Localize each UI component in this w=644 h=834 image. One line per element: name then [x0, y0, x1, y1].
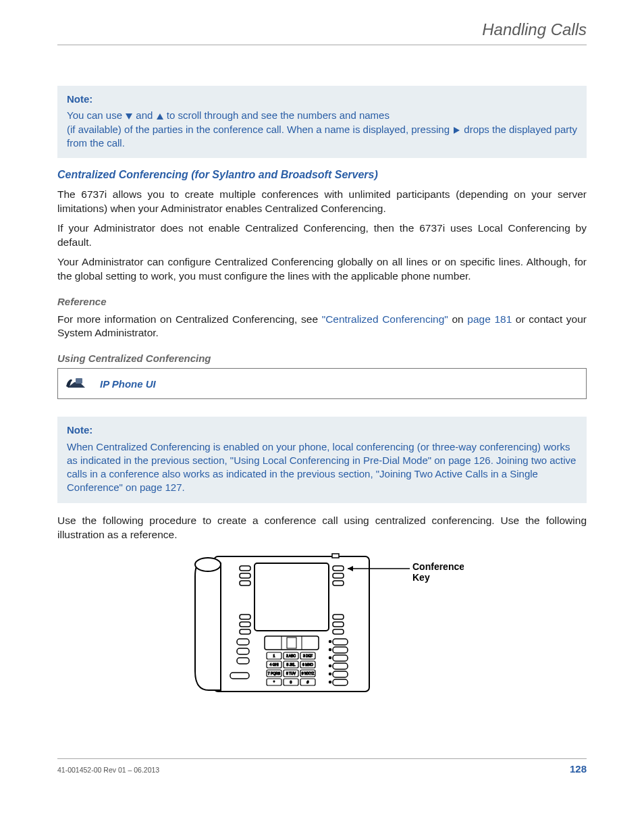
down-arrow-icon — [126, 113, 132, 120]
right-arrow-icon — [454, 127, 460, 134]
text-seg: For more information on Centralized Conf… — [57, 313, 322, 325]
svg-rect-14 — [333, 622, 344, 627]
link-centralized-conferencing[interactable]: "Centralized Conferencing" — [322, 313, 448, 325]
paragraph: If your Administrator does not enable Ce… — [57, 221, 587, 250]
svg-rect-20 — [237, 639, 249, 645]
svg-rect-26 — [333, 655, 348, 661]
svg-point-31 — [329, 649, 331, 651]
svg-rect-12 — [240, 629, 250, 634]
header-rule — [57, 45, 587, 45]
svg-text:4 GHI: 4 GHI — [269, 662, 278, 667]
svg-rect-25 — [333, 647, 348, 653]
link-page-127[interactable]: page 127 — [140, 481, 182, 493]
note-seg: on — [123, 481, 140, 493]
svg-rect-22 — [237, 658, 249, 664]
svg-rect-13 — [333, 615, 344, 619]
note-title: Note: — [67, 423, 577, 437]
callout-line2: Key — [412, 572, 430, 583]
svg-rect-9 — [333, 581, 344, 585]
paragraph: The 6737i allows you to create multiple … — [57, 188, 587, 216]
svg-text:6 MNO: 6 MNO — [302, 662, 313, 667]
svg-rect-27 — [333, 663, 348, 669]
svg-point-34 — [329, 673, 331, 675]
svg-rect-0 — [76, 378, 82, 384]
ip-phone-ui-label: IP Phone UI — [100, 378, 156, 390]
paragraph: For more information on Centralized Conf… — [57, 313, 587, 341]
svg-rect-24 — [333, 639, 348, 645]
svg-text:*: * — [273, 680, 275, 684]
link-local-conf-predial[interactable]: "Using Local Conferencing in Pre-Dial Mo… — [230, 454, 431, 466]
svg-text:5 JKL: 5 JKL — [287, 662, 296, 667]
note-seg: to scroll through and see the numbers an… — [164, 109, 390, 121]
svg-rect-11 — [240, 622, 250, 627]
ip-phone-ui-bar: IP Phone UI — [57, 368, 587, 399]
footer-revision: 41-001452-00 Rev 01 – 06.2013 — [57, 766, 159, 774]
svg-rect-23 — [230, 673, 249, 679]
text-seg: on — [448, 313, 467, 325]
svg-point-30 — [329, 641, 331, 643]
note-seg: and — [133, 109, 155, 121]
svg-text:8 TUV: 8 TUV — [286, 671, 296, 675]
heading-centralized-conferencing: Centralized Conferencing (for Sylantro a… — [57, 169, 587, 181]
link-page-126[interactable]: page 126 — [448, 454, 491, 466]
svg-rect-5 — [240, 573, 250, 578]
note-text: (if available) of the parties in the con… — [67, 123, 577, 151]
footer-page-number: 128 — [570, 763, 587, 775]
note-seg: You can use — [67, 109, 125, 121]
note-title: Note: — [67, 93, 577, 106]
note-box-1: Note: You can use and to scroll through … — [57, 86, 587, 158]
note-seg: (if available) of the parties in the con… — [67, 124, 452, 135]
svg-text:7 PQRS: 7 PQRS — [268, 671, 281, 675]
svg-rect-7 — [333, 566, 344, 571]
svg-rect-8 — [333, 573, 344, 578]
svg-rect-15 — [333, 629, 344, 634]
heading-using-centralized: Using Centralized Conferencing — [57, 353, 587, 364]
svg-point-35 — [329, 681, 331, 683]
footer-rule — [57, 758, 587, 759]
note-text: When Centralized Conferencing is enabled… — [67, 440, 577, 495]
note-seg: . — [182, 481, 184, 493]
svg-point-33 — [329, 665, 331, 667]
up-arrow-icon — [157, 113, 163, 120]
note-seg: on — [431, 454, 448, 466]
phone-icon — [65, 374, 88, 393]
svg-rect-10 — [240, 615, 250, 619]
heading-reference: Reference — [57, 296, 587, 307]
svg-rect-28 — [333, 671, 348, 677]
svg-rect-4 — [240, 566, 250, 571]
phone-figure: 1 2 ABC 3 DEF 4 GHI 5 JKL 6 MNO 7 PQRS 8… — [57, 550, 587, 698]
svg-rect-60 — [332, 554, 339, 558]
svg-text:3 DEF: 3 DEF — [303, 654, 313, 658]
paragraph: Your Administrator can configure Central… — [57, 255, 587, 284]
svg-rect-6 — [240, 581, 250, 585]
note-text: You can use and to scroll through and se… — [67, 109, 577, 122]
link-page-181[interactable]: page 181 — [467, 313, 512, 325]
callout-line1: Conference — [412, 561, 464, 572]
paragraph: Use the following procedure to create a … — [57, 514, 587, 542]
page-header-title: Handling Calls — [57, 20, 587, 39]
svg-text:0: 0 — [290, 680, 292, 684]
svg-text:1: 1 — [273, 654, 275, 658]
svg-text:9 WXYZ: 9 WXYZ — [302, 671, 315, 675]
svg-rect-21 — [237, 648, 249, 654]
svg-text:2 ABC: 2 ABC — [286, 654, 296, 658]
page-footer: 41-001452-00 Rev 01 – 06.2013 128 — [57, 758, 587, 775]
svg-point-2 — [195, 558, 221, 571]
svg-rect-19 — [287, 637, 296, 648]
note-box-2: Note: When Centralized Conferencing is e… — [57, 417, 587, 502]
svg-rect-29 — [333, 679, 348, 685]
svg-rect-3 — [254, 563, 329, 631]
svg-text:#: # — [307, 680, 309, 684]
svg-point-32 — [329, 657, 331, 659]
